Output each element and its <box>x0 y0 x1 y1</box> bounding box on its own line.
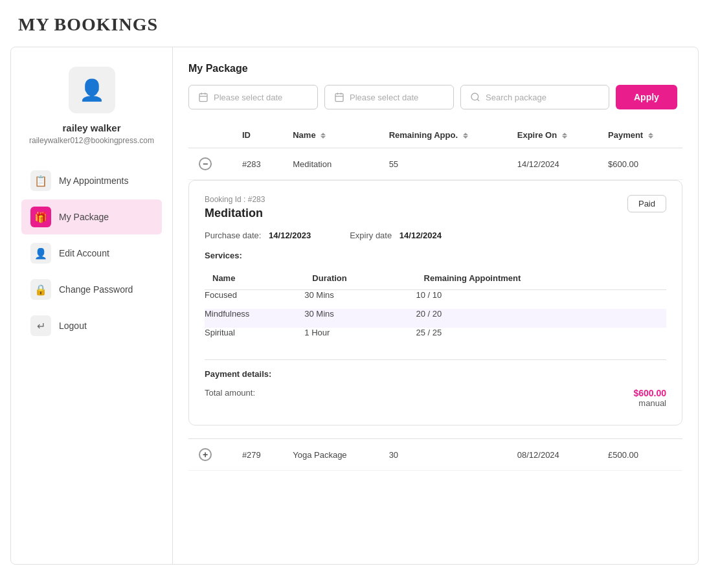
row-id-1: #283 <box>232 148 282 180</box>
edit-account-icon: 👤 <box>30 243 51 264</box>
sidebar: 👤 railey walker raileywalker012@bookingp… <box>11 47 173 564</box>
total-method: manual <box>633 398 666 408</box>
booking-name: Meditation <box>205 207 265 220</box>
package-icon: 🎁 <box>30 207 51 227</box>
total-label: Total amount: <box>205 388 255 398</box>
row-expire-2: 08/12/2024 <box>507 439 598 471</box>
row-id-2: #279 <box>232 439 282 471</box>
appointments-icon: 📋 <box>30 170 51 191</box>
calendar-icon-1 <box>198 92 208 102</box>
col-id <box>188 122 232 148</box>
row-name-2: Yoga Package <box>282 439 378 471</box>
section-title: My Package <box>188 63 682 74</box>
sidebar-item-change-password[interactable]: 🔒 Change Password <box>21 272 162 307</box>
svc-col-remaining: Remaining Appointment <box>416 267 666 290</box>
total-amount: $600.00 <box>633 388 666 398</box>
sidebar-item-logout-label: Logout <box>59 321 87 331</box>
row-toggle-2[interactable]: + <box>199 448 212 461</box>
user-name: railey walker <box>62 122 120 133</box>
expiry-date-field: Expiry date 14/12/2024 <box>350 231 442 240</box>
svc-col-duration: Duration <box>304 267 416 290</box>
page-title: MY BOOKINGS <box>0 0 709 47</box>
sidebar-item-package-label: My Package <box>59 212 109 222</box>
date2-placeholder: Please select date <box>350 93 418 102</box>
name-sort-icon <box>321 133 326 139</box>
services-table: Name Duration Remaining Appointment Focu… <box>205 267 666 346</box>
row-payment-1: $600.00 <box>598 148 682 180</box>
date-input-2[interactable]: Please select date <box>324 85 454 109</box>
row-payment-2: £500.00 <box>598 439 682 471</box>
bookings-table: ID Name Remaining Appo. Expire On Pa <box>188 122 682 471</box>
row-remaining-1: 55 <box>379 148 507 180</box>
filter-bar: Please select date Please select date Se… <box>188 85 682 109</box>
services-label: Services: <box>205 251 666 260</box>
sidebar-item-appointments-label: My Appointments <box>59 175 128 186</box>
search-input[interactable]: Search package <box>460 85 609 109</box>
sidebar-item-edit-account[interactable]: 👤 Edit Account <box>21 236 162 271</box>
table-row: + #279 Yoga Package 30 08/12/2024 £500.0… <box>188 439 682 471</box>
svg-point-8 <box>471 93 478 100</box>
calendar-icon-2 <box>334 92 344 102</box>
col-id-num: ID <box>232 122 282 148</box>
service-row-2: Mindfulness 30 Mins 20 / 20 <box>205 309 666 328</box>
table-row-detail: Booking Id : #283 Meditation Paid Purcha… <box>188 180 682 439</box>
row-name-1: Meditation <box>282 148 378 180</box>
col-remaining[interactable]: Remaining Appo. <box>379 122 507 148</box>
row-remaining-2: 30 <box>379 439 507 471</box>
sidebar-item-password-label: Change Password <box>59 284 133 295</box>
sidebar-item-edit-label: Edit Account <box>59 248 109 258</box>
payment-total-row: Total amount: $600.00 manual <box>205 385 666 411</box>
booking-id-label: Booking Id : #283 <box>205 195 265 204</box>
service-row-1: Focused 30 Mins 10 / 10 <box>205 290 666 310</box>
sidebar-item-logout[interactable]: ↵ Logout <box>21 308 162 343</box>
search-placeholder: Search package <box>486 93 546 102</box>
user-avatar-icon: 👤 <box>79 78 105 102</box>
purchase-date-field: Purchase date: 14/12/2023 <box>205 231 311 240</box>
password-icon: 🔒 <box>30 279 51 300</box>
col-name[interactable]: Name <box>282 122 378 148</box>
apply-button[interactable]: Apply <box>616 85 677 109</box>
search-icon <box>470 92 480 102</box>
sidebar-item-package[interactable]: 🎁 My Package <box>21 199 162 234</box>
service-row-3: Spiritual 1 Hour 25 / 25 <box>205 328 666 346</box>
svc-col-name: Name <box>205 267 304 290</box>
row-toggle-1[interactable]: − <box>199 157 212 170</box>
logout-icon: ↵ <box>30 315 51 336</box>
sidebar-item-appointments[interactable]: 📋 My Appointments <box>21 163 162 198</box>
booking-detail-card: Booking Id : #283 Meditation Paid Purcha… <box>188 180 682 425</box>
remaining-sort-icon <box>463 133 468 139</box>
col-payment[interactable]: Payment <box>598 122 682 148</box>
payment-sort-icon <box>648 133 653 139</box>
svg-rect-4 <box>335 94 343 102</box>
avatar: 👤 <box>69 67 115 113</box>
paid-badge: Paid <box>627 195 666 212</box>
table-row: − #283 Meditation 55 14/12/2024 $600.00 <box>188 148 682 180</box>
payment-details-label: Payment details: <box>205 359 666 379</box>
user-email: raileywalker012@bookingpress.com <box>29 136 154 145</box>
expire-sort-icon <box>562 133 567 139</box>
main-content: My Package Please select date Please sel… <box>173 47 698 564</box>
col-expire[interactable]: Expire On <box>507 122 598 148</box>
row-expire-1: 14/12/2024 <box>507 148 598 180</box>
date1-placeholder: Please select date <box>214 93 282 102</box>
date-input-1[interactable]: Please select date <box>188 85 318 109</box>
svg-line-9 <box>477 99 479 101</box>
svg-rect-0 <box>199 94 207 102</box>
